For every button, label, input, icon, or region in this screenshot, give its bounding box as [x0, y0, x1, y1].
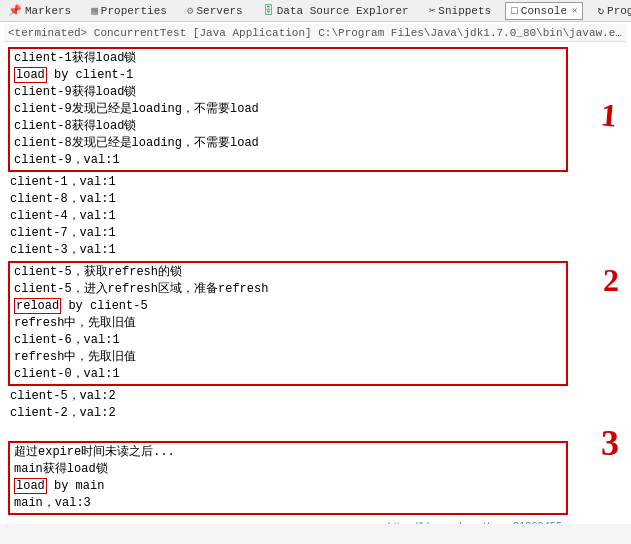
- status-bar: <terminated> ConcurrentTest [Java Applic…: [4, 24, 627, 42]
- datasource-icon: 🗄: [263, 4, 274, 17]
- progress-icon: ↻: [597, 4, 604, 17]
- markers-icon: 📌: [8, 4, 22, 17]
- log-line: client-8发现已经是loading，不需要load: [12, 135, 564, 152]
- properties-label: Properties: [101, 5, 167, 17]
- log-line: load by client-1: [12, 67, 564, 84]
- console-icon: □: [511, 5, 518, 17]
- log-line: client-7，val:1: [8, 225, 568, 242]
- log-line: client-9，val:1: [12, 152, 564, 169]
- snippets-label: Snippets: [438, 5, 491, 17]
- log-line: client-8，val:1: [8, 191, 568, 208]
- log-line: main获得load锁: [12, 461, 564, 478]
- watermark-area: https://blog.csdn.net/qqc_21399455: [8, 517, 568, 524]
- log-line: refresh中，先取旧值: [12, 315, 564, 332]
- log-line: refresh中，先取旧值: [12, 349, 564, 366]
- log-line: main，val:3: [12, 495, 564, 512]
- markers-label: Markers: [25, 5, 71, 17]
- reload-highlight: reload: [14, 298, 61, 314]
- toolbar: 📌 Markers ▦ Properties ⚙ Servers 🗄 Data …: [0, 0, 631, 22]
- log-line: 超过expire时间未读之后...: [12, 444, 564, 461]
- console-close-icon[interactable]: ✕: [572, 5, 577, 16]
- section-1-box: client-1获得load锁 load by client-1 client-…: [8, 47, 568, 172]
- toolbar-snippets[interactable]: ✂ Snippets: [423, 1, 497, 20]
- log-line: reload by client-5: [12, 298, 564, 315]
- log-line: client-8获得load锁: [12, 118, 564, 135]
- log-line: [8, 422, 568, 439]
- log-line: client-1，val:1: [8, 174, 568, 191]
- annotation-1: 1: [599, 96, 618, 134]
- toolbar-servers[interactable]: ⚙ Servers: [181, 1, 249, 20]
- log-line: client-3，val:1: [8, 242, 568, 259]
- properties-icon: ▦: [91, 4, 98, 17]
- log-line: client-5，进入refresh区域，准备refresh: [12, 281, 564, 298]
- datasource-label: Data Source Explorer: [277, 5, 409, 17]
- log-line: client-6，val:1: [12, 332, 564, 349]
- section-2-box: client-5，获取refresh的锁 client-5，进入refresh区…: [8, 261, 568, 386]
- log-line: client-9获得load锁: [12, 84, 564, 101]
- log-line: load by main: [12, 478, 564, 495]
- log-line: client-0，val:1: [12, 366, 564, 383]
- snippets-icon: ✂: [429, 4, 436, 17]
- toolbar-properties[interactable]: ▦ Properties: [85, 1, 173, 20]
- console-label: Console: [521, 5, 567, 17]
- toolbar-markers[interactable]: 📌 Markers: [2, 1, 77, 20]
- log-area[interactable]: client-1获得load锁 load by client-1 client-…: [4, 42, 572, 524]
- toolbar-datasource[interactable]: 🗄 Data Source Explorer: [257, 1, 415, 20]
- console-area: <terminated> ConcurrentTest [Java Applic…: [0, 22, 631, 524]
- load-highlight-1: load: [14, 67, 47, 83]
- main-layout: client-1获得load锁 load by client-1 client-…: [4, 42, 627, 524]
- annotation-3: 3: [601, 422, 619, 464]
- toolbar-progress[interactable]: ↻ Progress: [591, 1, 631, 20]
- log-line: client-9发现已经是loading，不需要load: [12, 101, 564, 118]
- status-text: <terminated> ConcurrentTest [Java Applic…: [8, 27, 627, 39]
- annotations-panel: 1 2 3: [572, 42, 627, 524]
- log-line: client-2，val:2: [8, 405, 568, 422]
- log-line: client-1获得load锁: [12, 50, 564, 67]
- servers-label: Servers: [196, 5, 242, 17]
- log-line: client-4，val:1: [8, 208, 568, 225]
- log-line: client-5，val:2: [8, 388, 568, 405]
- load-highlight-main: load: [14, 478, 47, 494]
- progress-label: Progress: [607, 5, 631, 17]
- toolbar-console[interactable]: □ Console ✕: [505, 2, 583, 20]
- servers-icon: ⚙: [187, 4, 194, 17]
- section-3-box: 超过expire时间未读之后... main获得load锁 load by ma…: [8, 441, 568, 515]
- annotation-2: 2: [603, 262, 619, 299]
- watermark-text: https://blog.csdn.net/qqc_21399455: [388, 520, 562, 524]
- log-line: client-5，获取refresh的锁: [12, 264, 564, 281]
